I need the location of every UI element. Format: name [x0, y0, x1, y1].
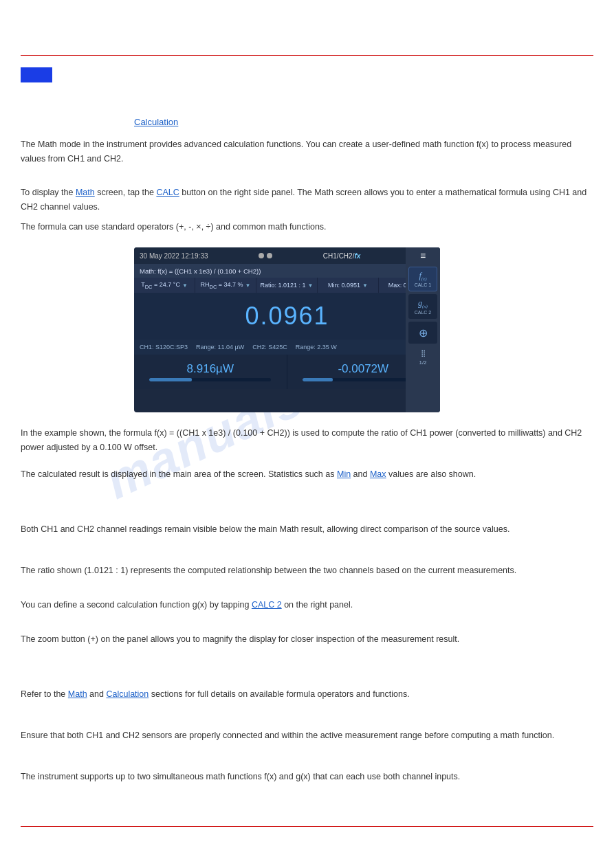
para2-line3: button on the — [182, 188, 232, 197]
para-12: The instrument supports up to two simult… — [21, 770, 593, 784]
blue-tag — [21, 67, 52, 82]
para10-line3: sections for full details on available f… — [151, 689, 410, 699]
device-channels: CH1: S120C:SP3 Range: 11.04 µW CH2: S425… — [134, 340, 440, 355]
ch1-range: Range: 11.04 µW — [196, 344, 244, 350]
para9-text: The zoom button (+) on the panel allows … — [21, 634, 459, 644]
ch2-label: CH2: S425C — [252, 344, 287, 350]
channel-fx: fx — [354, 252, 360, 260]
ch1-bar-container — [149, 378, 271, 381]
para-2: To display the Math screen, tap the CALC… — [21, 186, 593, 215]
temp-arrow: ▼ — [182, 282, 188, 289]
page-indicator: 1/2 — [419, 359, 426, 366]
device-readings: 8.916µW -0.0072W — [134, 355, 440, 389]
section-link-1[interactable]: Calculation — [134, 117, 178, 127]
zoom-button[interactable]: ⊕ — [408, 322, 437, 344]
rh-label: RHDC = 34.7 % — [200, 281, 243, 290]
page-area: ⣿ 1/2 — [419, 349, 426, 366]
min-arrow: ▼ — [362, 282, 368, 289]
zoom-icon: ⊕ — [419, 326, 428, 340]
para6-text: Both CH1 and CH2 channel readings remain… — [21, 524, 509, 534]
calc2-gx-icon: g(x) — [418, 298, 428, 309]
calc2-label: CALC 2 — [415, 310, 432, 315]
para-8: You can define a second calculation func… — [21, 598, 593, 612]
calc1-label: CALC 1 — [415, 282, 432, 287]
ratio-stat: Ratio: 1.0121 : 1 ▼ — [256, 278, 318, 293]
para11-text: Ensure that both CH1 and CH2 sensors are… — [21, 731, 554, 740]
ch2-bar-fill — [303, 378, 333, 381]
rh-arrow: ▼ — [245, 282, 251, 289]
para-1: The Math mode in the instrument provides… — [21, 137, 593, 167]
ch1-label: CH1: S120C:SP3 — [140, 344, 188, 350]
para4-text: In the example shown, the formula f(x) =… — [21, 428, 582, 452]
device-topbar: 30 May 2022 12:19:33 CH1/CH2/fx ⚡ 👤 — [134, 247, 440, 264]
para2-line1: To display the — [21, 188, 73, 197]
grid-icon: ⣿ — [421, 349, 426, 357]
menu-icon[interactable]: ≡ — [420, 250, 426, 261]
para2-line2: screen, tap the — [97, 188, 154, 197]
ch2-range: Range: 2.35 W — [296, 344, 337, 350]
math-nav-link[interactable]: Math — [68, 689, 87, 699]
para5-line3: values are also shown. — [388, 469, 476, 479]
calc2-button[interactable]: g(x) CALC 2 — [408, 294, 437, 319]
bottom-rule — [21, 826, 593, 827]
min-label: Min: 0.0951 — [328, 282, 360, 289]
para5-line2: and — [353, 469, 368, 479]
calc2-nav-link[interactable]: CALC 2 — [252, 600, 282, 610]
temp-label: TDC = 24.7 °C — [141, 281, 180, 290]
ratio-arrow: ▼ — [308, 282, 314, 289]
calculation-link[interactable]: Calculation — [134, 117, 178, 127]
para-3: The formula can use standard operators (… — [21, 220, 593, 234]
para-7: The ratio shown (1.0121 : 1) represents … — [21, 564, 593, 578]
device-statsrow: TDC = 24.7 °C ▼ RHDC = 34.7 % ▼ Ratio: 1… — [134, 278, 440, 293]
para12-text: The instrument supports up to two simult… — [21, 772, 460, 781]
math-formula: Math: f(x) = ((CH1 x 1e3) / (0.100 + CH2… — [140, 267, 261, 275]
calc-nav-link[interactable]: Calculation — [106, 689, 149, 699]
para5-line1: The calculated result is displayed in th… — [21, 469, 334, 479]
para8-line2: on the right panel. — [284, 600, 353, 610]
top-rule — [21, 55, 593, 56]
temp-stat: TDC = 24.7 °C ▼ — [134, 278, 195, 293]
para8-line1: You can define a second calculation func… — [21, 600, 249, 610]
para-6: Both CH1 and CH2 channel readings remain… — [21, 522, 593, 537]
device-channel: CH1/CH2/fx — [323, 252, 360, 260]
para10-line1: Refer to the — [21, 689, 65, 699]
para-4: In the example shown, the formula f(x) =… — [21, 426, 593, 456]
para-5: The calculated result is displayed in th… — [21, 467, 593, 482]
para-9: The zoom button (+) on the panel allows … — [21, 632, 593, 647]
calc1-button[interactable]: f(x) CALC 1 — [408, 267, 437, 291]
max-link[interactable]: Max — [370, 469, 386, 479]
para-10: Refer to the Math and Calculation sectio… — [21, 687, 593, 702]
device-datetime: 30 May 2022 12:19:33 — [140, 252, 208, 260]
min-link[interactable]: Min — [337, 469, 351, 479]
ch2-reading-value: -0.0072W — [338, 362, 388, 376]
ratio-label: Ratio: 1.0121 : 1 — [261, 282, 306, 289]
dot2 — [267, 253, 272, 258]
main-value-text: 0.0961 — [245, 302, 329, 331]
calc1-fx-icon: f(x) — [419, 271, 426, 282]
device-main-value: 0.0961 — [134, 293, 440, 340]
device-mathbar: Math: f(x) = ((CH1 x 1e3) / (0.100 + CH2… — [134, 264, 440, 278]
device-dots — [259, 253, 272, 258]
math-link[interactable]: Math — [76, 188, 95, 197]
ch1-bar-fill — [149, 378, 192, 381]
para7-text: The ratio shown (1.0121 : 1) represents … — [21, 566, 516, 575]
device-screenshot: 30 May 2022 12:19:33 CH1/CH2/fx ⚡ 👤 Math… — [134, 247, 440, 412]
para1-text: The Math mode in the instrument provides… — [21, 140, 571, 164]
dot1 — [259, 253, 264, 258]
para3-text: The formula can use standard operators (… — [21, 222, 327, 232]
min-stat: Min: 0.0951 ▼ — [318, 278, 379, 293]
ch1-reading-value: 8.916µW — [187, 362, 234, 376]
rh-stat: RHDC = 34.7 % ▼ — [195, 278, 256, 293]
para-11: Ensure that both CH1 and CH2 sensors are… — [21, 728, 593, 743]
device-sidebar: ≡ f(x) CALC 1 g(x) CALC 2 ⊕ ⣿ 1/2 — [406, 247, 440, 412]
ch1-reading: 8.916µW — [134, 355, 287, 389]
para10-line2: and — [89, 689, 104, 699]
calc-link[interactable]: CALC — [156, 188, 179, 197]
